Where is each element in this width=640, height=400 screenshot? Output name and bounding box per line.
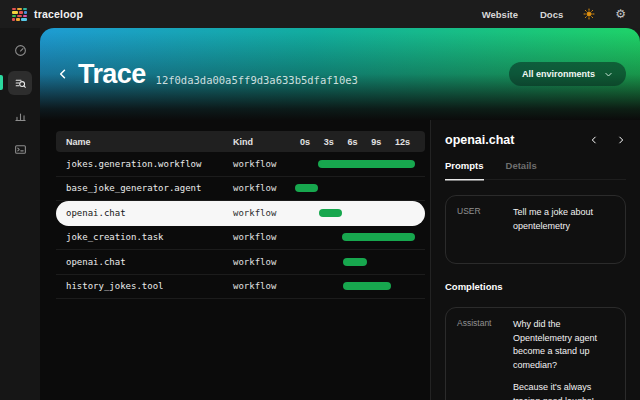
website-link[interactable]: Website	[482, 9, 518, 20]
duration-bar	[295, 184, 318, 192]
sidebar-item-traces[interactable]	[8, 71, 32, 95]
span-table: Name Kind 0s 3s 6s 9s 12s jokes.generati…	[40, 120, 430, 400]
prompt-role-label: USER	[457, 206, 503, 233]
top-bar: traceloop Website Docs ⚙	[0, 0, 640, 28]
column-header-kind: Kind	[233, 137, 295, 147]
span-kind: workflow	[233, 232, 295, 242]
sidebar-nav	[0, 28, 40, 400]
content-split: Name Kind 0s 3s 6s 9s 12s jokes.generati…	[40, 120, 640, 400]
traceloop-brand[interactable]: traceloop	[12, 8, 83, 21]
duration-bar	[342, 233, 415, 241]
back-button[interactable]	[56, 67, 70, 81]
table-row[interactable]: base_joke_generator.agent workflow	[56, 177, 425, 202]
duration-bar	[343, 282, 391, 290]
span-kind: workflow	[233, 257, 295, 267]
app-frame: Trace 12f0da3da00a5ff9d3a633b5dfaf10e3 A…	[0, 28, 640, 400]
tick-label: 3s	[324, 137, 334, 147]
span-name: openai.chat	[56, 208, 233, 218]
prompt-text: Tell me a joke about opentelemetry	[513, 206, 614, 233]
span-kind: workflow	[233, 183, 295, 193]
duration-bar	[319, 209, 342, 217]
span-kind: workflow	[233, 281, 295, 291]
timeline-axis: 0s 3s 6s 9s 12s	[295, 131, 425, 152]
prompt-message-box: USER Tell me a joke about opentelemetry	[445, 195, 626, 264]
duration-bar	[318, 160, 415, 168]
sidebar-item-dashboard[interactable]	[8, 38, 32, 62]
span-details-panel: openai.chat Prompts Details	[430, 120, 640, 400]
completion-message-box: Assistant Why did the Opentelemetry agen…	[445, 307, 626, 400]
previous-span-button[interactable]	[589, 135, 599, 145]
bar-chart-icon	[14, 110, 27, 123]
detail-tabs: Prompts Details	[445, 160, 626, 180]
tick-label: 6s	[347, 137, 357, 147]
chevron-right-icon	[616, 135, 626, 145]
span-detail-title: openai.chat	[445, 133, 514, 147]
environment-dropdown[interactable]: All environments	[509, 62, 626, 86]
theme-sun-icon[interactable]	[583, 8, 595, 20]
span-name: history_jokes.tool	[56, 281, 233, 291]
tick-label: 0s	[300, 137, 310, 147]
chevron-left-icon	[589, 135, 599, 145]
trace-header: Trace 12f0da3da00a5ff9d3a633b5dfaf10e3 A…	[40, 28, 640, 120]
span-kind: workflow	[233, 159, 295, 169]
table-row[interactable]: joke_creation.task workflow	[56, 226, 425, 251]
table-header-row: Name Kind 0s 3s 6s 9s 12s	[56, 131, 425, 152]
completions-heading: Completions	[445, 281, 626, 292]
table-row[interactable]: jokes.generation.workflow workflow	[56, 152, 425, 177]
brand-name: traceloop	[34, 8, 83, 20]
gauge-icon	[14, 44, 27, 57]
duration-bar	[343, 258, 367, 266]
sidebar-item-playground[interactable]	[8, 137, 32, 161]
tick-label: 9s	[371, 137, 381, 147]
next-span-button[interactable]	[616, 135, 626, 145]
column-header-name: Name	[56, 137, 233, 147]
table-row-selected[interactable]: openai.chat workflow	[56, 201, 425, 226]
sidebar-item-analytics[interactable]	[8, 104, 32, 128]
span-name: joke_creation.task	[56, 232, 233, 242]
chevron-left-icon	[56, 67, 70, 81]
span-name: base_joke_generator.agent	[56, 183, 233, 193]
docs-link[interactable]: Docs	[540, 9, 563, 20]
tab-details[interactable]: Details	[506, 160, 537, 179]
tick-label: 12s	[395, 137, 410, 147]
span-name: jokes.generation.workflow	[56, 159, 233, 169]
chevron-down-icon	[604, 70, 613, 79]
span-kind: workflow	[233, 208, 295, 218]
table-row[interactable]: openai.chat workflow	[56, 250, 425, 275]
terminal-icon	[14, 143, 27, 156]
trace-search-icon	[14, 77, 27, 90]
completion-text: Why did the Opentelemetry agent become a…	[513, 318, 614, 400]
tab-prompts[interactable]: Prompts	[445, 160, 484, 179]
settings-gear-icon[interactable]: ⚙	[615, 8, 626, 20]
page-title: Trace	[78, 59, 146, 90]
span-name: openai.chat	[56, 257, 233, 267]
trace-id: 12f0da3da00a5ff9d3a633b5dfaf10e3	[156, 74, 358, 86]
main-panel: Trace 12f0da3da00a5ff9d3a633b5dfaf10e3 A…	[40, 28, 640, 400]
traceloop-logo-icon	[12, 8, 27, 21]
table-row[interactable]: history_jokes.tool workflow	[56, 275, 425, 300]
completion-role-label: Assistant	[457, 318, 503, 400]
environment-dropdown-value: All environments	[522, 69, 595, 79]
